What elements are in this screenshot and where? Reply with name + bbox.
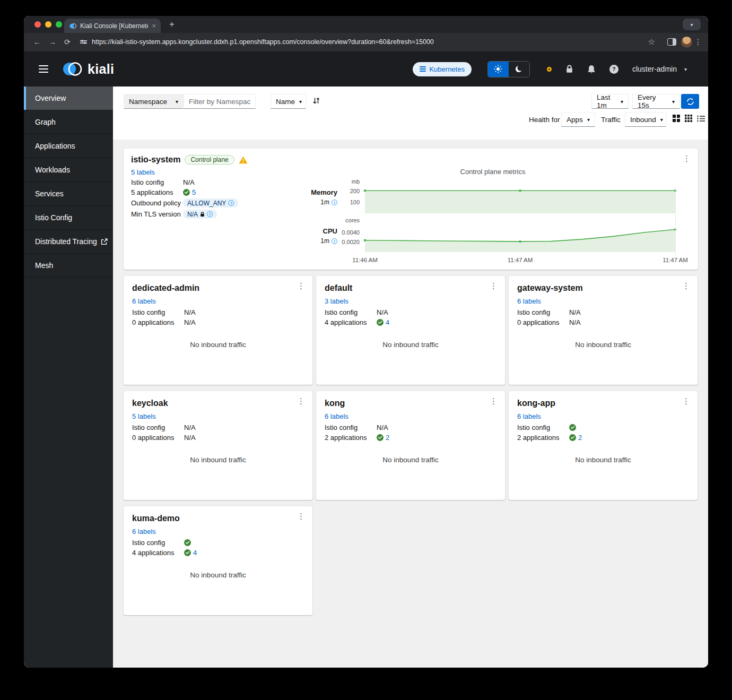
forward-icon[interactable]: →	[49, 37, 56, 47]
browser-profile-avatar[interactable]	[681, 37, 692, 48]
sidebar-item-overview[interactable]: Overview	[24, 87, 113, 110]
namespace-card-title[interactable]: keycloak	[132, 399, 168, 408]
compact-view-icon[interactable]	[685, 115, 692, 122]
namespace-card-title[interactable]: kong-app	[517, 399, 555, 408]
info-icon[interactable]: i	[332, 238, 337, 244]
minimize-window-button[interactable]	[45, 21, 51, 28]
refresh-interval-select[interactable]: Every 15s▾	[632, 94, 680, 109]
labels-link[interactable]: 6 labels	[325, 412, 348, 420]
lock-icon[interactable]	[565, 65, 573, 73]
sidebar-item-applications[interactable]: Applications	[24, 134, 113, 158]
kebab-menu-button[interactable]: ⋮	[490, 281, 498, 291]
cluster-badge[interactable]: Kubernetes	[413, 62, 472, 76]
applications-health[interactable]: 4	[377, 318, 389, 326]
namespace-card-title[interactable]: kong	[325, 399, 345, 408]
labels-link[interactable]: 6 labels	[132, 297, 156, 305]
refresh-button[interactable]	[681, 94, 699, 109]
dark-theme-button[interactable]	[509, 62, 529, 77]
side-panel-icon[interactable]	[667, 38, 676, 46]
applications-health[interactable]: N/A	[569, 318, 581, 326]
kebab-menu-button[interactable]: ⋮	[682, 396, 690, 406]
bookmark-star-icon[interactable]: ☆	[648, 37, 655, 47]
min-tls-badge[interactable]: N/A i	[183, 210, 217, 219]
warning-icon[interactable]	[239, 156, 248, 164]
kebab-menu-button[interactable]: ⋮	[490, 396, 498, 406]
istio-config-value[interactable]	[569, 424, 576, 431]
filter-type-select[interactable]: Namespace▾	[124, 94, 184, 109]
kebab-menu-button[interactable]: ⋮	[683, 154, 691, 163]
health-for-select[interactable]: Apps▾	[561, 112, 595, 127]
sidebar-item-distributed-tracing[interactable]: Distributed Tracing	[24, 230, 113, 254]
kiali-logo[interactable]: kiali	[62, 61, 114, 77]
sidebar-item-services[interactable]: Services	[24, 182, 113, 206]
istio-config-value[interactable]	[184, 539, 191, 546]
applications-health[interactable]: N/A	[184, 318, 196, 326]
info-icon: i	[228, 200, 234, 206]
notifications-bell-icon[interactable]	[587, 65, 596, 74]
istio-config-value[interactable]: N/A	[184, 424, 196, 431]
sort-direction-button[interactable]	[312, 97, 320, 105]
close-window-button[interactable]	[34, 21, 41, 28]
sidebar-item-graph[interactable]: Graph	[24, 110, 113, 134]
applications-health[interactable]: N/A	[184, 434, 196, 442]
kebab-menu-button[interactable]: ⋮	[297, 512, 305, 521]
istio-config-value[interactable]: N/A	[569, 308, 581, 316]
reload-icon[interactable]: ⟳	[64, 37, 71, 47]
sidebar-item-workloads[interactable]: Workloads	[24, 158, 113, 182]
applications-health[interactable]: 2	[377, 434, 389, 442]
namespace-filter-input[interactable]	[184, 94, 256, 109]
labels-link[interactable]: 5 labels	[132, 412, 156, 420]
istio-status-icon[interactable]	[547, 67, 552, 72]
namespace-card-title[interactable]: gateway-system	[517, 283, 583, 292]
sort-field-select[interactable]: Name▾	[271, 94, 306, 109]
refresh-interval-value: Every 15s	[638, 93, 668, 109]
browser-menu-icon[interactable]: ⋮	[694, 37, 702, 47]
labels-link[interactable]: 5 labels	[131, 168, 155, 176]
site-settings-icon[interactable]	[80, 39, 87, 45]
duration-select[interactable]: Last 1m▾	[591, 94, 629, 109]
namespace-card-title[interactable]: dedicated-admin	[132, 283, 199, 292]
kebab-menu-button[interactable]: ⋮	[297, 281, 305, 291]
applications-health[interactable]: 2	[569, 434, 582, 442]
help-icon[interactable]: ?	[609, 65, 618, 74]
nav-toggle-icon[interactable]	[39, 65, 48, 73]
namespace-card-istio-system: istio-system Control plane ⋮ 5 labels Is…	[124, 149, 698, 270]
outbound-policy-badge[interactable]: ALLOW_ANYi	[183, 198, 238, 208]
labels-link[interactable]: 6 labels	[517, 297, 541, 305]
tab-search-chevron-icon[interactable]: ▾	[683, 19, 701, 30]
list-view-icon[interactable]	[697, 115, 705, 122]
labels-link[interactable]: 6 labels	[517, 412, 541, 420]
maximize-window-button[interactable]	[56, 21, 62, 28]
labels-link[interactable]: 3 labels	[325, 297, 348, 305]
user-menu[interactable]: cluster-admin ▾	[632, 65, 687, 73]
light-theme-button[interactable]	[488, 62, 509, 77]
duration-value: Last 1m	[597, 93, 616, 109]
traffic-status: No inbound traffic	[316, 456, 505, 464]
new-tab-button[interactable]: +	[169, 19, 175, 30]
traffic-select[interactable]: Inbound▾	[625, 112, 666, 127]
tab-close-icon[interactable]: ×	[152, 22, 156, 30]
sidebar-item-istio-config[interactable]: Istio Config	[24, 206, 113, 230]
browser-tab[interactable]: Kiali Console [Kubernetes] ×	[64, 19, 161, 33]
istio-config-value[interactable]: N/A	[377, 424, 388, 431]
namespace-card-title[interactable]: default	[325, 283, 352, 292]
applications-health[interactable]: 5	[183, 188, 196, 196]
kebab-menu-button[interactable]: ⋮	[297, 396, 305, 406]
sort-icon	[312, 97, 320, 105]
istio-config-value[interactable]: N/A	[377, 308, 388, 316]
namespace-card-title[interactable]: kuma-demo	[132, 514, 180, 523]
applications-label: 0 applications	[517, 318, 569, 326]
back-icon[interactable]: ←	[33, 37, 41, 47]
address-bar[interactable]: https://kiali-istio-system.apps.kongclus…	[92, 38, 434, 46]
info-icon[interactable]: i	[332, 200, 337, 205]
applications-health[interactable]: 4	[184, 549, 197, 557]
sidebar-item-label: Overview	[35, 94, 66, 102]
expand-view-icon[interactable]	[673, 115, 680, 122]
istio-config-label: Istio config	[131, 178, 183, 186]
traffic-status: No inbound traffic	[124, 571, 312, 579]
labels-link[interactable]: 6 labels	[132, 528, 156, 535]
istio-config-value[interactable]: N/A	[184, 308, 196, 316]
sidebar-item-mesh[interactable]: Mesh	[24, 254, 113, 278]
namespace-card-title[interactable]: istio-system	[131, 155, 180, 165]
kebab-menu-button[interactable]: ⋮	[682, 281, 690, 291]
